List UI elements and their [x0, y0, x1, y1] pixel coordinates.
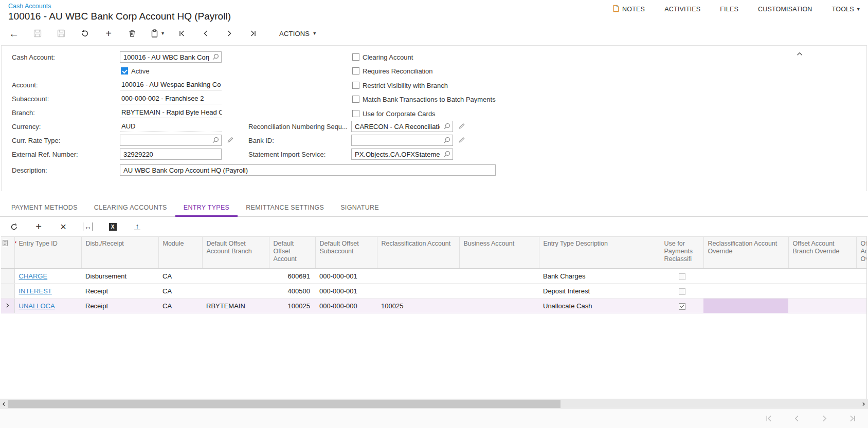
delete-row-button[interactable]: × [58, 221, 69, 232]
cell-entry-type-id[interactable]: UNALLOCA [14, 299, 81, 313]
cell-default-offset-account-branch[interactable]: RBYTEMAIN [202, 299, 269, 313]
search-icon[interactable] [444, 151, 450, 159]
column-header-entry-type-description[interactable]: Entry Type Description [539, 237, 660, 269]
edit-pencil-icon[interactable] [227, 136, 234, 145]
cell-reclassification-account-override[interactable] [703, 299, 788, 313]
refresh-button[interactable] [8, 221, 20, 232]
cell-business-account[interactable] [459, 284, 539, 299]
cell-entry-type-description[interactable]: Bank Charges [539, 269, 660, 284]
cell-default-offset-subaccount[interactable]: 000-000-001 [315, 284, 377, 299]
search-icon[interactable] [212, 53, 219, 62]
grid-settings-header[interactable] [1, 237, 14, 269]
edit-pencil-icon[interactable] [458, 136, 465, 145]
last-page-button[interactable] [847, 414, 857, 423]
cell-module[interactable]: CA [158, 284, 202, 299]
actions-menu-button[interactable]: ACTIONS ▾ [279, 30, 316, 38]
tab-remittance-settings[interactable]: REMITTANCE SETTINGS [238, 200, 332, 217]
cell-default-offset-account[interactable]: 400500 [269, 284, 315, 299]
cell-entry-type-description[interactable]: Deposit Interest [539, 284, 660, 299]
cell-use-for-payments[interactable] [660, 269, 703, 284]
cell-entry-type-description[interactable]: Unallocate Cash [539, 299, 660, 313]
cell-module[interactable]: CA [158, 299, 202, 313]
cell-reclassification-account-override[interactable] [703, 284, 788, 299]
column-header-offset-account-branch-override[interactable]: Offset Account Branch Override [788, 237, 856, 269]
statement-import-input[interactable] [351, 148, 453, 160]
first-record-button[interactable] [176, 28, 188, 39]
cell-default-offset-account[interactable]: 100025 [269, 299, 315, 313]
column-header-reclassification-account[interactable]: Reclassification Account [377, 237, 459, 269]
reconciliation-numbering-input[interactable] [351, 121, 453, 132]
cash-account-input[interactable] [120, 51, 222, 63]
back-button[interactable]: ← [8, 28, 20, 39]
row-selector[interactable] [1, 269, 14, 284]
notes-button[interactable]: NOTES [612, 5, 645, 14]
scroll-left-arrow[interactable] [0, 399, 7, 408]
previous-record-button[interactable] [200, 28, 211, 39]
add-new-button[interactable]: + [103, 28, 114, 39]
cell-default-offset-subaccount[interactable]: 000-000-001 [315, 269, 377, 284]
clearing-account-checkbox[interactable] [352, 53, 359, 61]
restrict-visibility-checkbox[interactable] [352, 82, 359, 89]
cell-business-account[interactable] [459, 299, 539, 313]
entry-type-link[interactable]: INTEREST [19, 287, 52, 295]
scrollbar-thumb[interactable] [8, 400, 560, 408]
cell-use-for-payments[interactable] [660, 284, 703, 299]
cell-disb-receipt[interactable]: Disbursement [81, 269, 158, 284]
activities-button[interactable]: ACTIVITIES [664, 6, 700, 13]
cell-default-offset-account-branch[interactable] [202, 284, 269, 299]
curr-rate-type-input[interactable] [120, 135, 222, 146]
entry-type-link[interactable]: CHARGE [19, 272, 48, 280]
column-header-reclassification-account-override[interactable]: Reclassification Account Override [703, 237, 788, 269]
cell-disb-receipt[interactable]: Receipt [81, 284, 158, 299]
cell-entry-type-id[interactable]: INTEREST [14, 284, 81, 299]
save-button[interactable] [56, 28, 67, 39]
next-record-button[interactable] [224, 28, 235, 39]
cell-default-offset-account-branch[interactable] [202, 269, 269, 284]
breadcrumb[interactable]: Cash Accounts [8, 3, 51, 10]
use-for-payments-checkbox[interactable] [679, 303, 685, 310]
use-for-payments-checkbox[interactable] [679, 288, 685, 295]
save-close-button[interactable] [32, 28, 43, 39]
scroll-right-arrow[interactable] [860, 399, 867, 408]
column-header-default-offset-account-branch[interactable]: Default Offset Account Branch [202, 237, 269, 269]
cell-default-offset-account[interactable]: 600691 [269, 269, 315, 284]
cell-offset-account-branch-override[interactable] [788, 299, 856, 313]
cell-offset-account-override[interactable] [856, 299, 867, 313]
previous-page-button[interactable] [792, 414, 801, 423]
cell-reclassification-account[interactable]: 100025 [377, 299, 459, 313]
cell-reclassification-account[interactable] [377, 269, 459, 284]
column-header-disb-receipt[interactable]: Disb./Receipt [81, 237, 158, 269]
files-button[interactable]: FILES [720, 6, 738, 13]
first-page-button[interactable] [764, 414, 773, 423]
collapse-form-button[interactable] [794, 49, 805, 59]
cell-entry-type-id[interactable]: CHARGE [14, 269, 81, 284]
tab-clearing-accounts[interactable]: CLEARING ACCOUNTS [86, 200, 175, 217]
cell-use-for-payments[interactable] [660, 299, 703, 313]
fit-width-button[interactable]: ↔ [82, 221, 94, 232]
column-header-entry-type-id[interactable]: Entry Type ID [14, 237, 81, 269]
tools-button[interactable]: TOOLS ▾ [832, 6, 860, 13]
export-excel-button[interactable]: X [107, 221, 118, 232]
search-icon[interactable] [444, 123, 450, 131]
column-header-use-for-payments[interactable]: Use for Payments Reclassifi [660, 237, 703, 269]
column-header-default-offset-subaccount[interactable]: Default Offset Subaccount [315, 237, 377, 269]
row-selector[interactable] [1, 299, 14, 313]
description-input[interactable] [120, 164, 496, 176]
search-icon[interactable] [212, 137, 219, 145]
add-row-button[interactable]: + [33, 221, 44, 232]
cell-offset-account-branch-override[interactable] [788, 284, 856, 299]
column-header-module[interactable]: Module [158, 237, 202, 269]
last-record-button[interactable] [247, 28, 259, 39]
external-ref-input[interactable] [120, 148, 222, 160]
cancel-undo-button[interactable] [79, 28, 91, 39]
horizontal-scrollbar[interactable] [0, 399, 868, 408]
cell-disb-receipt[interactable]: Receipt [81, 299, 158, 313]
clipboard-menu-button[interactable]: ▾ [150, 29, 164, 38]
next-page-button[interactable] [820, 414, 829, 423]
bank-id-input[interactable] [351, 135, 453, 146]
cell-business-account[interactable] [459, 269, 539, 284]
entry-type-link[interactable]: UNALLOCA [19, 302, 55, 310]
match-bank-transactions-checkbox[interactable] [352, 96, 359, 103]
requires-reconciliation-checkbox[interactable] [352, 67, 359, 75]
cell-offset-account-branch-override[interactable] [788, 269, 856, 284]
